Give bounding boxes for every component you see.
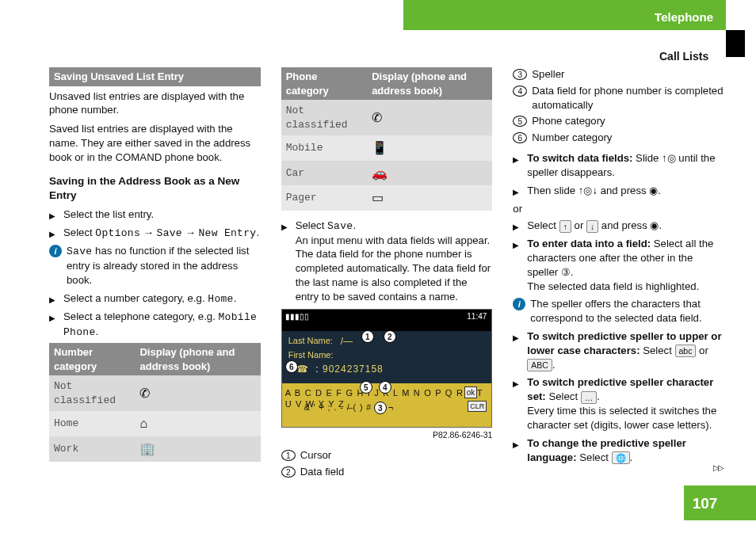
step-text: To enter data into a field: Select all t… [527, 237, 724, 293]
t: . [630, 451, 633, 463]
page-number-box: 107 [684, 485, 726, 520]
info-note: Save has no function if the selected lis… [49, 244, 261, 287]
t: Select [63, 227, 95, 238]
t: → [182, 227, 199, 238]
info-icon [513, 298, 525, 310]
t: . [96, 326, 99, 337]
callout-item: 1 Cursor [281, 448, 493, 463]
t: has no function if the selected list ent… [67, 245, 249, 285]
step: Select ↑ or ↓ and press ◉. [513, 219, 724, 233]
step-text: Then slide ↑◎↓ and press ◉. [527, 184, 724, 198]
cat-label: Home [49, 411, 135, 436]
t: To enter data into a field: [527, 238, 651, 249]
cat-label: Not classified [49, 375, 135, 411]
table-header: Display (phone and address book) [135, 343, 260, 375]
diag-firstname-label: First Name: [288, 349, 334, 361]
ui-label: Home [208, 293, 233, 305]
callout-text: Data field [300, 465, 345, 479]
diag-callout-4: 4 [379, 381, 391, 394]
t: Select [527, 219, 559, 231]
ui-label: Save [157, 227, 182, 239]
t: or [571, 219, 586, 231]
body-columns: Saving Unsaved List Entry Unsaved list e… [49, 67, 724, 479]
step-icon [513, 151, 527, 180]
number-category-table: Number category Display (phone and addre… [49, 343, 261, 461]
info-text: The speller offers the characters that c… [530, 297, 724, 326]
step: Select a number category, e.g. Home. [49, 291, 261, 306]
callout-text: Phone category [532, 114, 605, 128]
table-row: Mobile 📱 [281, 135, 493, 161]
cat-label: Car [281, 161, 367, 186]
page-bleed [726, 485, 756, 520]
step: Select Save. An input menu with data fie… [281, 219, 493, 304]
step-icon [49, 226, 63, 241]
cat-icon: 🏢 [135, 436, 260, 462]
step-text: To switch predictive speller character s… [527, 375, 724, 432]
info-text: Save has no function if the selected lis… [67, 244, 261, 287]
diag-num-text: 9024237158 [323, 364, 384, 375]
t: . [597, 390, 600, 402]
t: . [256, 227, 259, 238]
diag-time: 11:47 [467, 311, 487, 322]
t: . [552, 359, 556, 371]
diag-callout-3: 3 [374, 402, 387, 414]
diag-callout-6: 6 [285, 360, 298, 373]
step: Select a telephone category, e.g. Mobile… [49, 310, 261, 339]
key-charset: … [581, 391, 598, 404]
table-header: Phone category [281, 67, 367, 100]
table-row: Not classified ✆ [281, 100, 493, 135]
t: Slide [632, 152, 662, 164]
step-text: Select the list entry. [63, 207, 261, 222]
step-text: To switch data fields: Slide ↑◎ until th… [527, 151, 724, 180]
step: To enter data into a field: Select all t… [513, 237, 724, 293]
step-text: Select Save. An input menu with data fie… [296, 219, 493, 304]
key-up: ↑ [559, 220, 571, 233]
t: Select [577, 451, 612, 463]
t: The selected data field is highlighted. [527, 280, 699, 292]
t: Select [546, 390, 581, 402]
phone-category-table: Phone category Display (phone and addres… [281, 67, 493, 211]
table-header: Display (phone and address book) [367, 67, 492, 100]
step-text: Select Options → Save → New Entry. [63, 226, 261, 241]
callout-num: 6 [513, 132, 527, 143]
section-title: Call Lists [659, 49, 708, 64]
cat-icon: ⌂ [135, 411, 260, 436]
callout-item: 4 Data field for phone number is complet… [513, 84, 724, 112]
callout-text: Cursor [300, 448, 332, 463]
callout-num: 2 [281, 466, 296, 478]
t: → [140, 227, 157, 238]
diag-ok-key: ok [464, 386, 478, 399]
speller-diagram: ▮▮▮▯▯ 11:47 Last Name: /— First Name: ☎ … [281, 309, 493, 428]
step-icon [513, 436, 527, 465]
cat-icon: 📱 [367, 135, 492, 161]
diag-phonenum: ☎ : 9024237158 [296, 363, 384, 375]
paragraph: Unsaved list entries are displayed with … [49, 89, 261, 118]
callout-text: Data field for phone number is completed… [532, 84, 724, 112]
table-row: Not classified ✆ [49, 375, 261, 411]
step: Then slide ↑◎↓ and press ◉. [513, 184, 724, 198]
step-icon [513, 329, 527, 371]
section-bar-saving: Saving Unsaved List Entry [49, 67, 261, 86]
t: and press [598, 219, 650, 231]
cat-icon: 🚗 [367, 161, 492, 186]
callout-text: Speller [532, 67, 564, 82]
callout-item: 5 Phone category [513, 114, 724, 128]
callout-item: 2 Data field [281, 465, 493, 479]
chapter-tab: Telephone [403, 0, 726, 30]
t: Select [296, 219, 327, 231]
ui-label: Options [95, 227, 140, 239]
cat-icon: ✆ [367, 100, 492, 135]
diag-clr-key: CLR [468, 401, 487, 412]
key-abc-lower: abc [675, 345, 697, 357]
step: To switch predictive speller character s… [513, 375, 724, 432]
thumb-index-marker [726, 30, 745, 57]
diag-signal-icon: ▮▮▮▯▯ [285, 311, 309, 322]
diag-callout-5: 5 [360, 381, 372, 394]
diag-callout-2: 2 [384, 330, 396, 343]
callout-num: 5 [513, 116, 527, 127]
key-abc-upper: ABC [527, 359, 552, 371]
step-text: Select a telephone category, e.g. Mobile… [63, 310, 261, 339]
ui-label: Save [327, 220, 353, 232]
step-icon [49, 310, 63, 339]
cat-label: Mobile [281, 135, 367, 161]
